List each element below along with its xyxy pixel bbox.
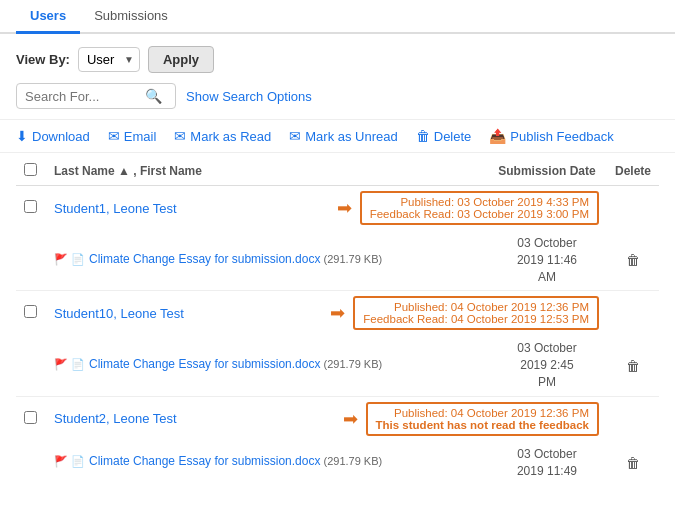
file-link[interactable]: Climate Change Essay for submission.docx (89, 357, 320, 371)
email-label: Email (124, 129, 157, 144)
file-size: (291.79 KB) (320, 253, 382, 265)
header-checkbox (16, 157, 46, 186)
table-row: Student10, Leone Test➡Published: 04 Octo… (16, 291, 659, 336)
arrow-icon: ➡ (343, 408, 358, 430)
row-checkbox[interactable] (24, 200, 37, 213)
email-icon: ✉ (108, 128, 120, 144)
file-cell: 🚩📄Climate Change Essay for submission.do… (46, 335, 487, 396)
file-link[interactable]: Climate Change Essay for submission.docx (89, 454, 320, 468)
document-icon: 📄 (71, 455, 85, 468)
row-checkbox[interactable] (24, 411, 37, 424)
search-icon: 🔍 (145, 88, 162, 104)
download-action[interactable]: ⬇ Download (16, 128, 90, 144)
publish-action[interactable]: 📤 Publish Feedback (489, 128, 613, 144)
mark-read-action[interactable]: ✉ Mark as Read (174, 128, 271, 144)
tab-bar: Users Submissions (0, 0, 675, 34)
mark-unread-label: Mark as Unread (305, 129, 397, 144)
flag-icon: 🚩 (54, 358, 68, 371)
search-input[interactable] (25, 89, 145, 104)
submission-date-cell: 03 October2019 2:45PM (487, 335, 607, 396)
row-checkbox-cell (16, 396, 46, 441)
feedback-block: ➡Published: 04 October 2019 12:36 PMFeed… (330, 296, 599, 330)
publish-label: Publish Feedback (510, 129, 613, 144)
arrow-icon: ➡ (337, 197, 352, 219)
arrow-icon: ➡ (330, 302, 345, 324)
file-checkbox-cell (16, 441, 46, 485)
published-line: Published: 04 October 2019 12:36 PM (363, 301, 589, 313)
apply-button[interactable]: Apply (148, 46, 214, 73)
feedback-read-line: Feedback Read: 04 October 2019 12:53 PM (363, 313, 589, 325)
tab-submissions[interactable]: Submissions (80, 0, 182, 34)
view-select-wrapper: User ▼ (78, 47, 140, 72)
download-icon: ⬇ (16, 128, 28, 144)
student-name-cell: Student2, Leone Test➡Published: 04 Octob… (46, 396, 607, 441)
file-checkbox-cell (16, 230, 46, 291)
file-checkbox-cell (16, 335, 46, 396)
row-checkbox-cell (16, 291, 46, 336)
file-icons: 🚩📄 (54, 358, 85, 371)
main-table-wrapper: Last Name ▲ , First Name Submission Date… (0, 157, 675, 484)
file-icons: 🚩📄 (54, 455, 85, 468)
view-select[interactable]: User (78, 47, 140, 72)
feedback-info-box: Published: 03 October 2019 4:33 PMFeedba… (360, 191, 599, 225)
delete-label: Delete (434, 129, 472, 144)
mark-unread-action[interactable]: ✉ Mark as Unread (289, 128, 397, 144)
document-icon: 📄 (71, 358, 85, 371)
email-action[interactable]: ✉ Email (108, 128, 157, 144)
publish-icon: 📤 (489, 128, 506, 144)
file-row: 🚩📄Climate Change Essay for submission.do… (16, 230, 659, 291)
submission-date-cell: 03 October2019 11:49 (487, 441, 607, 485)
file-cell: 🚩📄Climate Change Essay for submission.do… (46, 441, 487, 485)
table-row: Student1, Leone Test➡Published: 03 Octob… (16, 186, 659, 231)
trash-icon[interactable]: 🗑 (626, 455, 640, 471)
student-name-cell: Student1, Leone Test➡Published: 03 Octob… (46, 186, 607, 231)
download-label: Download (32, 129, 90, 144)
feedback-info-box: Published: 04 October 2019 12:36 PMFeedb… (353, 296, 599, 330)
feedback-read-line: Feedback Read: 03 October 2019 3:00 PM (370, 208, 589, 220)
mark-unread-icon: ✉ (289, 128, 301, 144)
file-link[interactable]: Climate Change Essay for submission.docx (89, 252, 320, 266)
mark-read-label: Mark as Read (190, 129, 271, 144)
file-size: (291.79 KB) (320, 455, 382, 467)
row-checkbox[interactable] (24, 305, 37, 318)
table-header-row: Last Name ▲ , First Name Submission Date… (16, 157, 659, 186)
trash-icon[interactable]: 🗑 (626, 358, 640, 374)
select-all-checkbox[interactable] (24, 163, 37, 176)
header-delete: Delete (607, 157, 659, 186)
flag-icon: 🚩 (54, 253, 68, 266)
delete-icon: 🗑 (416, 128, 430, 144)
student-name[interactable]: Student1, Leone Test (54, 201, 177, 216)
show-search-options-link[interactable]: Show Search Options (186, 89, 312, 104)
trash-icon[interactable]: 🗑 (626, 252, 640, 268)
header-submission-date: Submission Date (487, 157, 607, 186)
delete-action[interactable]: 🗑 Delete (416, 128, 472, 144)
student-name[interactable]: Student10, Leone Test (54, 306, 184, 321)
mark-read-icon: ✉ (174, 128, 186, 144)
row-checkbox-cell (16, 186, 46, 231)
delete-file-cell: 🗑 (607, 441, 659, 485)
search-row: 🔍 Show Search Options (0, 83, 675, 119)
document-icon: 📄 (71, 253, 85, 266)
flag-icon: 🚩 (54, 455, 68, 468)
student-name-cell: Student10, Leone Test➡Published: 04 Octo… (46, 291, 607, 336)
search-box: 🔍 (16, 83, 176, 109)
file-cell: 🚩📄Climate Change Essay for submission.do… (46, 230, 487, 291)
view-by-label: View By: (16, 52, 70, 67)
feedback-info-box: Published: 04 October 2019 12:36 PMThis … (366, 402, 599, 436)
file-icons: 🚩📄 (54, 253, 85, 266)
tab-users[interactable]: Users (16, 0, 80, 34)
published-line: Published: 03 October 2019 4:33 PM (370, 196, 589, 208)
delete-file-cell: 🗑 (607, 335, 659, 396)
student-name[interactable]: Student2, Leone Test (54, 411, 177, 426)
submission-date-cell: 03 October2019 11:46AM (487, 230, 607, 291)
table-row: Student2, Leone Test➡Published: 04 Octob… (16, 396, 659, 441)
not-read-line: This student has not read the feedback (376, 419, 589, 431)
file-size: (291.79 KB) (320, 358, 382, 370)
delete-cell-student (607, 396, 659, 441)
header-name: Last Name ▲ , First Name (46, 157, 487, 186)
published-line: Published: 04 October 2019 12:36 PM (376, 407, 589, 419)
action-bar: ⬇ Download ✉ Email ✉ Mark as Read ✉ Mark… (0, 119, 675, 153)
feedback-block: ➡Published: 03 October 2019 4:33 PMFeedb… (337, 191, 599, 225)
submissions-table: Last Name ▲ , First Name Submission Date… (16, 157, 659, 484)
delete-cell-student (607, 186, 659, 231)
